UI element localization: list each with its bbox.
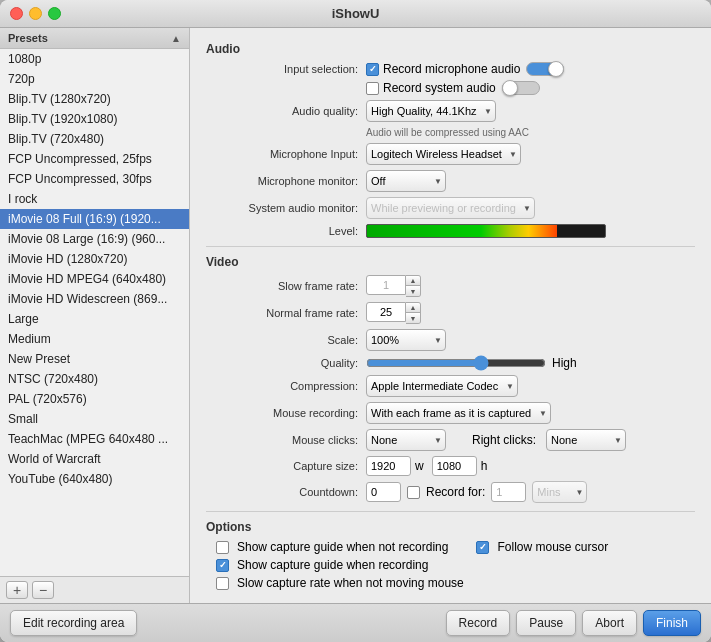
quality-slider-container: High [366,356,577,370]
options-row-3: Slow capture rate when not moving mouse [206,576,695,590]
capture-h-label: h [481,459,488,473]
level-bar [366,224,606,238]
slow-frame-rate-down[interactable]: ▼ [406,286,420,296]
record-system-controls: Record system audio [366,81,695,95]
sidebar-item[interactable]: iMovie HD Widescreen (869... [0,289,189,309]
audio-quality-select-wrapper: High Quality, 44.1Khz [366,100,496,122]
show-guide-recording-checkbox[interactable] [216,559,229,572]
sidebar-item[interactable]: Blip.TV (1280x720) [0,89,189,109]
sidebar-item[interactable]: YouTube (640x480) [0,469,189,489]
show-guide-recording-container: Show capture guide when recording [216,558,428,572]
maximize-button[interactable] [48,7,61,20]
mouse-clicks-label: Mouse clicks: [206,434,366,446]
scale-select[interactable]: 100% [366,329,446,351]
show-guide-not-recording-checkbox[interactable] [216,541,229,554]
normal-frame-rate-controls: ▲ ▼ [366,302,695,324]
slow-frame-rate-row: Slow frame rate: ▲ ▼ [206,275,695,297]
finish-button[interactable]: Finish [643,610,701,636]
sidebar-item[interactable]: iMovie HD (1280x720) [0,249,189,269]
sidebar-item[interactable]: PAL (720x576) [0,389,189,409]
follow-mouse-checkbox[interactable] [476,541,489,554]
record-system-row: Record system audio [206,81,695,95]
quality-slider[interactable] [366,356,546,370]
record-mic-checkbox[interactable] [366,63,379,76]
toggle-thumb [548,61,564,77]
countdown-input[interactable] [366,482,401,502]
show-guide-not-recording-label: Show capture guide when not recording [237,540,448,554]
slow-capture-container: Slow capture rate when not moving mouse [216,576,464,590]
sidebar-item[interactable]: New Preset [0,349,189,369]
normal-frame-rate-input[interactable] [366,302,406,322]
sidebar-item[interactable]: iMovie 08 Full (16:9) (1920... [0,209,189,229]
mouse-recording-row: Mouse recording: With each frame as it i… [206,402,695,424]
mouse-clicks-select[interactable]: None [366,429,446,451]
audio-quality-select[interactable]: High Quality, 44.1Khz [366,100,496,122]
settings-panel: Audio Input selection: Record microphone… [190,28,711,603]
minimize-button[interactable] [29,7,42,20]
follow-mouse-label: Follow mouse cursor [497,540,608,554]
abort-button[interactable]: Abort [582,610,637,636]
record-system-toggle[interactable] [502,81,540,95]
edit-recording-area-button[interactable]: Edit recording area [10,610,137,636]
slow-capture-checkbox[interactable] [216,577,229,590]
mouse-recording-label: Mouse recording: [206,407,366,419]
quality-high-label: High [552,356,577,370]
compression-label: Compression: [206,380,366,392]
sidebar-item[interactable]: Blip.TV (1920x1080) [0,109,189,129]
sidebar-item[interactable]: I rock [0,189,189,209]
record-for-unit-select[interactable]: Mins [532,481,587,503]
normal-frame-rate-up[interactable]: ▲ [406,303,420,313]
sidebar-item[interactable]: FCP Uncompressed, 30fps [0,169,189,189]
sidebar-item[interactable]: Medium [0,329,189,349]
microphone-input-select[interactable]: Logitech Wireless Headset [366,143,521,165]
sidebar-item[interactable]: FCP Uncompressed, 25fps [0,149,189,169]
sidebar-item[interactable]: Large [0,309,189,329]
sidebar-footer: + − [0,576,189,603]
record-for-input[interactable] [491,482,526,502]
slow-frame-rate-up[interactable]: ▲ [406,276,420,286]
presets-list[interactable]: 1080p720pBlip.TV (1280x720)Blip.TV (1920… [0,49,189,576]
slow-capture-label: Slow capture rate when not moving mouse [237,576,464,590]
audio-quality-note: Audio will be compressed using AAC [366,127,529,138]
record-mic-toggle[interactable] [526,62,564,76]
compression-select-wrapper: Apple Intermediate Codec [366,375,518,397]
compression-select[interactable]: Apple Intermediate Codec [366,375,518,397]
scale-row: Scale: 100% [206,329,695,351]
capture-size-row: Capture size: w h [206,456,695,476]
microphone-monitor-select[interactable]: Off [366,170,446,192]
normal-frame-rate-down[interactable]: ▼ [406,313,420,323]
sidebar-item[interactable]: iMovie HD MPEG4 (640x480) [0,269,189,289]
microphone-monitor-label: Microphone monitor: [206,175,366,187]
sidebar: Presets ▲ 1080p720pBlip.TV (1280x720)Bli… [0,28,190,603]
sidebar-item[interactable]: Small [0,409,189,429]
record-button[interactable]: Record [446,610,511,636]
main-content: Presets ▲ 1080p720pBlip.TV (1280x720)Bli… [0,28,711,603]
audio-section-header: Audio [206,42,695,56]
sidebar-item[interactable]: World of Warcraft [0,449,189,469]
right-clicks-label: Right clicks: [472,433,536,447]
add-preset-button[interactable]: + [6,581,28,599]
main-window: iShowU Presets ▲ 1080p720pBlip.TV (1280x… [0,0,711,642]
capture-width-input[interactable] [366,456,411,476]
system-audio-monitor-select[interactable]: While previewing or recording [366,197,535,219]
close-button[interactable] [10,7,23,20]
system-audio-monitor-label: System audio monitor: [206,202,366,214]
audio-quality-label: Audio quality: [206,105,366,117]
remove-preset-button[interactable]: − [32,581,54,599]
sidebar-item[interactable]: Blip.TV (720x480) [0,129,189,149]
mouse-recording-select[interactable]: With each frame as it is captured [366,402,551,424]
sidebar-item[interactable]: NTSC (720x480) [0,369,189,389]
audio-video-divider [206,246,695,247]
quality-controls: High [366,356,695,370]
sidebar-item[interactable]: iMovie 08 Large (16:9) (960... [0,229,189,249]
pause-button[interactable]: Pause [516,610,576,636]
sidebar-item[interactable]: TeachMac (MPEG 640x480 ... [0,429,189,449]
record-system-checkbox[interactable] [366,82,379,95]
slow-frame-rate-input[interactable] [366,275,406,295]
capture-height-input[interactable] [432,456,477,476]
record-for-checkbox[interactable] [407,486,420,499]
options-row-2: Show capture guide when recording [206,558,695,572]
sidebar-item[interactable]: 720p [0,69,189,89]
sidebar-item[interactable]: 1080p [0,49,189,69]
right-clicks-select[interactable]: None [546,429,626,451]
